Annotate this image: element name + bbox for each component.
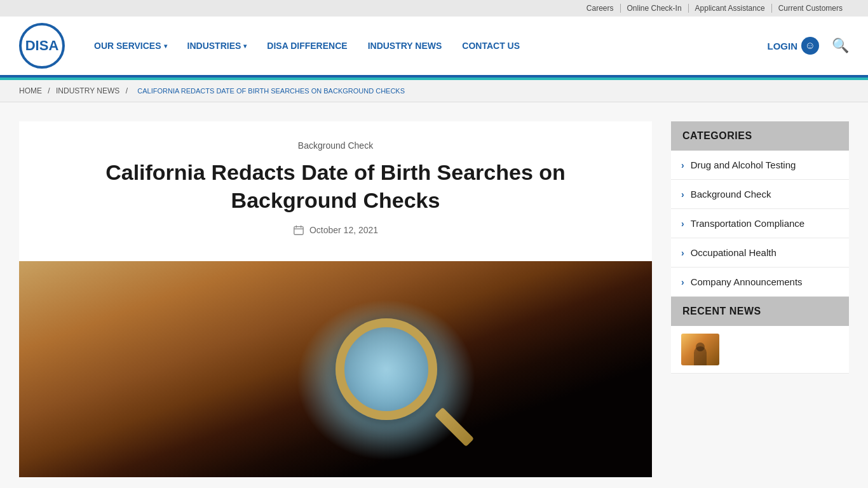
breadcrumb-current: CALIFORNIA REDACTS DATE OF BIRTH SEARCHE… [137, 87, 405, 95]
sidebar-categories: CATEGORIES › Drug and Alcohol Testing › … [671, 121, 849, 297]
sidebar-item-label: Drug and Alcohol Testing [691, 159, 839, 170]
recent-thumb [681, 334, 719, 365]
sidebar-item-transportation[interactable]: › Transportation Compliance [671, 209, 849, 238]
main-nav: OUR SERVICES ▾ INDUSTRIES ▾ DISA DIFFERE… [84, 34, 768, 57]
login-icon: ☺ [801, 37, 819, 55]
topbar-careers[interactable]: Careers [580, 4, 621, 13]
svg-rect-0 [294, 227, 303, 235]
login-label: LOGIN [768, 41, 798, 51]
article-image-bg [19, 261, 652, 477]
breadcrumb-home[interactable]: HOME [19, 86, 42, 95]
sidebar-item-label: Background Check [691, 189, 839, 200]
sidebar-item-occupational[interactable]: › Occupational Health [671, 238, 849, 268]
article-header: Background Check California Redacts Date… [19, 121, 652, 261]
topbar-checkin[interactable]: Online Check-In [621, 4, 689, 13]
top-bar: Careers Online Check-In Applicant Assist… [0, 0, 868, 17]
services-dropdown-arrow: ▾ [164, 43, 167, 50]
recent-news-header: RECENT NEWS [671, 297, 849, 326]
page-container: Background Check California Redacts Date… [0, 102, 868, 488]
logo: DISA [19, 23, 65, 69]
sidebar-item-company[interactable]: › Company Announcements [671, 268, 849, 297]
arrow-icon: › [681, 189, 684, 200]
logo-link[interactable]: DISA [19, 23, 65, 69]
article-title: California Redacts Date of Birth Searche… [57, 158, 614, 214]
arrow-icon: › [681, 248, 684, 258]
arrow-icon: › [681, 277, 684, 287]
main-content: Background Check California Redacts Date… [19, 121, 652, 477]
sidebar-item-drug[interactable]: › Drug and Alcohol Testing [671, 151, 849, 180]
nav-disa-difference[interactable]: DISA DIFFERENCE [257, 34, 357, 57]
nav-contact-us[interactable]: CONTACT US [452, 34, 530, 57]
breadcrumb-news[interactable]: INDUSTRY NEWS [56, 86, 119, 95]
sidebar-item-label: Occupational Health [691, 247, 839, 258]
article-category: Background Check [57, 140, 614, 151]
topbar-customers[interactable]: Current Customers [772, 4, 849, 13]
sidebar-item-background[interactable]: › Background Check [671, 180, 849, 209]
nav-our-services[interactable]: OUR SERVICES ▾ [84, 34, 177, 57]
categories-header: CATEGORIES [671, 121, 849, 151]
magnifier-graphic [336, 318, 437, 420]
breadcrumb: HOME / INDUSTRY NEWS / CALIFORNIA REDACT… [0, 80, 868, 102]
arrow-icon: › [681, 219, 684, 229]
search-button[interactable]: 🔍 [832, 37, 849, 54]
login-button[interactable]: LOGIN ☺ [768, 37, 820, 55]
sidebar: CATEGORIES › Drug and Alcohol Testing › … [671, 121, 849, 477]
nav-industries[interactable]: INDUSTRIES ▾ [177, 34, 257, 57]
calendar-icon [293, 224, 304, 236]
arrow-icon: › [681, 160, 684, 170]
sidebar-item-label: Company Announcements [691, 276, 839, 287]
topbar-applicant[interactable]: Applicant Assistance [689, 4, 772, 13]
article-image [19, 261, 652, 477]
header-right: LOGIN ☺ 🔍 [768, 37, 850, 55]
industries-dropdown-arrow: ▾ [243, 43, 247, 50]
sidebar-item-label: Transportation Compliance [691, 218, 839, 229]
date-text: October 12, 2021 [309, 225, 378, 235]
recent-news-item [671, 326, 849, 374]
nav-industry-news[interactable]: INDUSTRY NEWS [358, 34, 452, 57]
article-date: October 12, 2021 [57, 224, 614, 236]
site-header: DISA OUR SERVICES ▾ INDUSTRIES ▾ DISA DI… [0, 17, 868, 78]
